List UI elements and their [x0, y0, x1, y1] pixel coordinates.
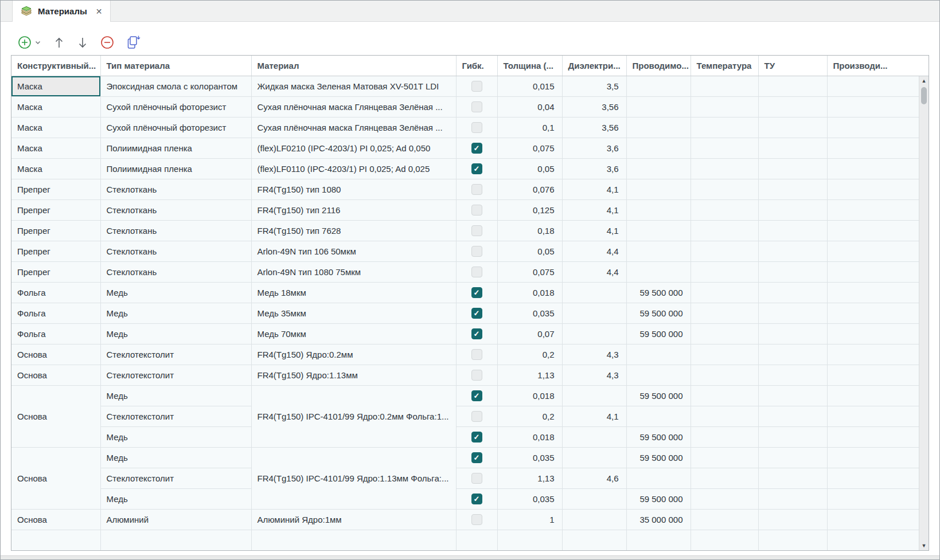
- cell-tu[interactable]: [758, 96, 827, 117]
- cell-material[interactable]: Arlon-49N тип 1080 75мкм: [251, 261, 456, 282]
- flex-checkbox-checked[interactable]: ✓: [471, 328, 482, 339]
- cell-material[interactable]: Алюминий Ядро:1мм: [251, 509, 456, 530]
- duplicate-material-button[interactable]: [126, 34, 141, 51]
- cell-conductivity[interactable]: [626, 117, 691, 138]
- flex-checkbox-unchecked[interactable]: [471, 411, 482, 422]
- column-header-conductivity[interactable]: Проводимо...: [626, 56, 691, 76]
- flex-checkbox-unchecked[interactable]: [471, 370, 482, 381]
- cell-manufacturer[interactable]: [827, 406, 929, 426]
- cell-conductivity[interactable]: 35 000 000: [626, 509, 691, 530]
- cell-thickness[interactable]: 0,1: [497, 117, 562, 138]
- cell-flex[interactable]: [456, 220, 497, 241]
- cell-constructive[interactable]: Маска: [11, 117, 100, 138]
- cell-temperature[interactable]: [691, 138, 758, 158]
- cell-flex[interactable]: [456, 509, 497, 530]
- cell-tu[interactable]: [758, 282, 827, 303]
- cell-tu[interactable]: [758, 447, 827, 468]
- cell-material_type[interactable]: Сухой плёночный фоторезист: [100, 96, 251, 117]
- flex-checkbox-checked[interactable]: ✓: [471, 163, 482, 174]
- cell-material[interactable]: Медь 18мкм: [251, 282, 456, 303]
- cell-manufacturer[interactable]: [827, 488, 929, 509]
- flex-checkbox-checked[interactable]: ✓: [471, 287, 482, 298]
- cell-material[interactable]: FR4(Tg150) Ядро:0.2мм: [251, 344, 456, 365]
- cell-manufacturer[interactable]: [827, 282, 929, 303]
- cell-temperature[interactable]: [691, 344, 758, 365]
- cell-flex[interactable]: [456, 468, 497, 488]
- cell-flex[interactable]: [456, 179, 497, 199]
- cell-constructive[interactable]: Основа: [11, 509, 100, 530]
- cell-thickness[interactable]: 0,076: [497, 179, 562, 199]
- cell-material_type[interactable]: Стеклоткань: [100, 220, 251, 241]
- cell-thickness[interactable]: 1,13: [497, 365, 562, 385]
- cell-thickness[interactable]: 0,018: [497, 385, 562, 406]
- cell-dielectric[interactable]: [562, 530, 626, 550]
- cell-constructive[interactable]: Препрег: [11, 179, 100, 199]
- cell-manufacturer[interactable]: [827, 385, 929, 406]
- cell-manufacturer[interactable]: [827, 117, 929, 138]
- cell-thickness[interactable]: 0,18: [497, 220, 562, 241]
- column-header-temperature[interactable]: Температура: [691, 56, 758, 76]
- cell-manufacturer[interactable]: [827, 344, 929, 365]
- cell-temperature[interactable]: [691, 447, 758, 468]
- cell-manufacturer[interactable]: [827, 96, 929, 117]
- cell-flex[interactable]: [456, 199, 497, 220]
- cell-flex[interactable]: ✓: [456, 138, 497, 158]
- cell-material_type[interactable]: Стеклоткань: [100, 179, 251, 199]
- cell-thickness[interactable]: 0,018: [497, 426, 562, 447]
- cell-dielectric[interactable]: 4,3: [562, 344, 626, 365]
- cell-material_type[interactable]: Полиимидная пленка: [100, 158, 251, 179]
- cell-manufacturer[interactable]: [827, 261, 929, 282]
- cell-thickness[interactable]: 0,075: [497, 138, 562, 158]
- cell-manufacturer[interactable]: [827, 323, 929, 344]
- cell-material[interactable]: FR4(Tg150) Ядро:1.13мм: [251, 365, 456, 385]
- cell-constructive[interactable]: Препрег: [11, 241, 100, 261]
- cell-manufacturer[interactable]: [827, 447, 929, 468]
- cell-constructive[interactable]: Маска: [11, 96, 100, 117]
- cell-material_type[interactable]: Медь: [100, 303, 251, 323]
- cell-temperature[interactable]: [691, 426, 758, 447]
- cell-material_type[interactable]: Медь: [100, 385, 251, 406]
- cell-flex[interactable]: ✓: [456, 323, 497, 344]
- cell-thickness[interactable]: 0,035: [497, 303, 562, 323]
- cell-temperature[interactable]: [691, 158, 758, 179]
- cell-flex[interactable]: [456, 241, 497, 261]
- cell-flex[interactable]: ✓: [456, 158, 497, 179]
- cell-dielectric[interactable]: 4,1: [562, 220, 626, 241]
- cell-tu[interactable]: [758, 303, 827, 323]
- cell-temperature[interactable]: [691, 406, 758, 426]
- cell-conductivity[interactable]: 59 500 000: [626, 385, 691, 406]
- cell-material[interactable]: Медь 35мкм: [251, 303, 456, 323]
- cell-manufacturer[interactable]: [827, 199, 929, 220]
- cell-constructive[interactable]: Основа: [11, 344, 100, 365]
- cell-dielectric[interactable]: 4,4: [562, 261, 626, 282]
- cell-constructive[interactable]: Фольга: [11, 323, 100, 344]
- cell-material_type[interactable]: Стеклоткань: [100, 261, 251, 282]
- cell-thickness[interactable]: 0,125: [497, 199, 562, 220]
- cell-thickness[interactable]: 0,018: [497, 282, 562, 303]
- cell-tu[interactable]: [758, 179, 827, 199]
- flex-checkbox-checked[interactable]: ✓: [471, 432, 482, 442]
- column-header-material[interactable]: Материал: [251, 56, 456, 76]
- cell-manufacturer[interactable]: [827, 426, 929, 447]
- cell-manufacturer[interactable]: [827, 468, 929, 488]
- cell-flex[interactable]: ✓: [456, 385, 497, 406]
- cell-material_type[interactable]: Медь: [100, 282, 251, 303]
- cell-thickness[interactable]: 0,05: [497, 158, 562, 179]
- cell-conductivity[interactable]: 59 500 000: [626, 323, 691, 344]
- cell-constructive[interactable]: Фольга: [11, 282, 100, 303]
- remove-material-button[interactable]: [100, 34, 114, 51]
- cell-tu[interactable]: [758, 385, 827, 406]
- cell-material[interactable]: Arlon-49N тип 106 50мкм: [251, 241, 456, 261]
- cell-material[interactable]: Сухая плёночная маска Глянцевая Зелёная …: [251, 117, 456, 138]
- scroll-up-icon[interactable]: ▲: [919, 76, 929, 85]
- cell-material[interactable]: Жидкая маска Зеленая Матовая XV-501T LDI: [251, 76, 456, 96]
- cell-tu[interactable]: [758, 199, 827, 220]
- cell-flex[interactable]: [456, 96, 497, 117]
- cell-tu[interactable]: [758, 406, 827, 426]
- cell-flex[interactable]: ✓: [456, 488, 497, 509]
- cell-material_type[interactable]: Полиимидная пленка: [100, 138, 251, 158]
- cell-constructive[interactable]: Маска: [11, 158, 100, 179]
- cell-tu[interactable]: [758, 344, 827, 365]
- cell-thickness[interactable]: 0,2: [497, 406, 562, 426]
- cell-conductivity[interactable]: 59 500 000: [626, 282, 691, 303]
